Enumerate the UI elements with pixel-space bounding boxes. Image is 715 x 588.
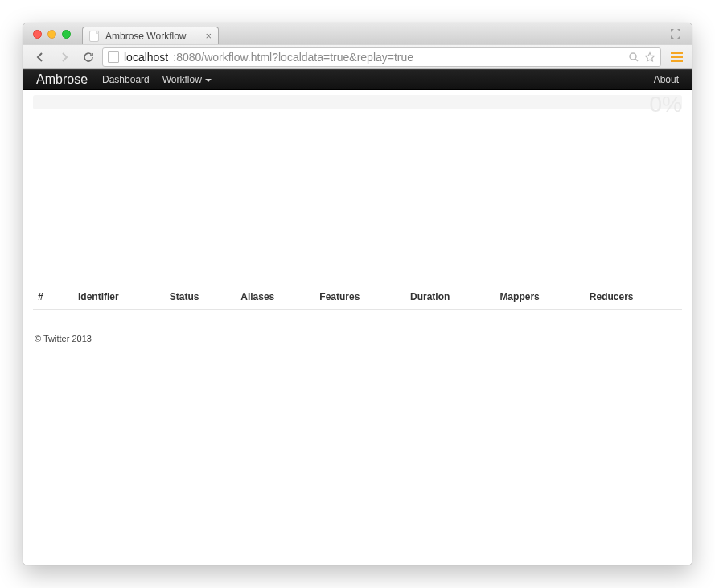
col-aliases: Aliases xyxy=(236,285,314,310)
browser-tab[interactable]: Ambrose Workflow × xyxy=(82,27,219,44)
page-favicon-icon xyxy=(89,31,99,42)
app-navbar: Ambrose Dashboard Workflow About xyxy=(23,69,692,90)
close-window-button[interactable] xyxy=(33,30,42,39)
url-host: localhost xyxy=(124,51,168,64)
fullscreen-icon[interactable] xyxy=(666,26,685,42)
nav-dashboard[interactable]: Dashboard xyxy=(102,74,150,85)
minimize-window-button[interactable] xyxy=(47,30,56,39)
progress-percent-label: 0% xyxy=(650,92,682,117)
forward-button[interactable] xyxy=(54,48,75,66)
col-num: # xyxy=(33,285,73,310)
address-bar[interactable]: localhost:8080/workflow.html?localdata=t… xyxy=(102,47,661,67)
page-content: 0% # Identifier Status Aliases Features … xyxy=(23,90,692,565)
window-controls xyxy=(33,23,71,44)
browser-toolbar: localhost:8080/workflow.html?localdata=t… xyxy=(23,44,692,69)
bookmark-star-icon[interactable] xyxy=(644,51,655,63)
col-features: Features xyxy=(314,285,405,310)
browser-menu-button[interactable] xyxy=(668,52,685,62)
app-brand[interactable]: Ambrose xyxy=(36,72,88,87)
col-identifier: Identifier xyxy=(73,285,165,310)
tab-title: Ambrose Workflow xyxy=(105,31,186,42)
browser-window: Ambrose Workflow × localhost:8080/workfl… xyxy=(23,23,692,565)
reload-button[interactable] xyxy=(78,48,99,66)
tab-strip: Ambrose Workflow × xyxy=(23,23,692,44)
url-path: :8080/workflow.html?localdata=true&repla… xyxy=(173,51,413,64)
site-info-icon[interactable] xyxy=(108,51,119,63)
nav-about[interactable]: About xyxy=(654,74,679,85)
col-duration: Duration xyxy=(405,285,495,310)
nav-workflow-dropdown[interactable]: Workflow xyxy=(162,74,212,85)
table-header-row: # Identifier Status Aliases Features Dur… xyxy=(33,285,682,310)
address-bar-actions xyxy=(628,51,655,63)
col-mappers: Mappers xyxy=(495,285,584,310)
search-icon[interactable] xyxy=(628,51,639,63)
col-status: Status xyxy=(165,285,236,310)
tab-close-button[interactable]: × xyxy=(205,31,212,41)
page-footer: © Twitter 2013 xyxy=(33,327,682,350)
col-reducers: Reducers xyxy=(585,285,682,310)
svg-point-0 xyxy=(630,53,636,60)
back-button[interactable] xyxy=(30,48,51,66)
jobs-table: # Identifier Status Aliases Features Dur… xyxy=(33,285,682,310)
progress-bar: 0% xyxy=(33,95,682,109)
zoom-window-button[interactable] xyxy=(62,30,71,39)
